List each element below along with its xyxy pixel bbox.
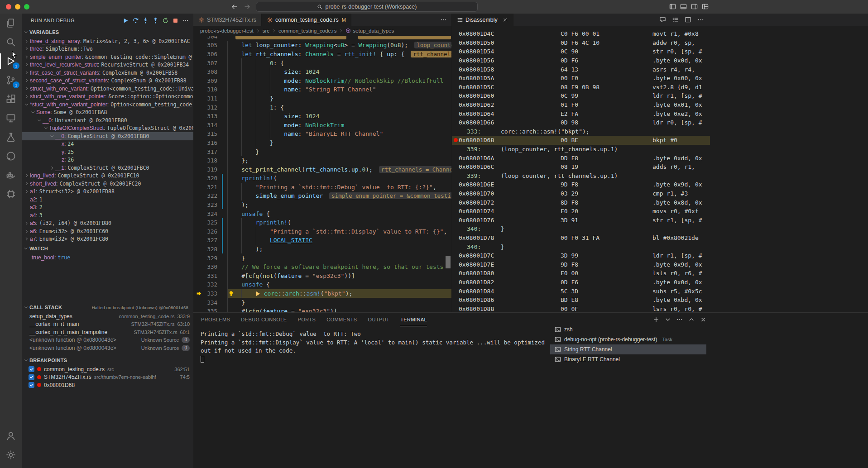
panel-tab-terminal[interactable]: TERMINAL bbox=[400, 313, 427, 326]
disasm-row-0x08001d74[interactable]: 0x08001D74F0 20movs r0, #0xf bbox=[452, 207, 710, 216]
code-line-329[interactable]: 329} bbox=[193, 253, 451, 263]
activity-extensions[interactable] bbox=[0, 90, 22, 109]
more-actions-button[interactable] bbox=[697, 16, 704, 23]
breakpoint-row-common-testing-code-rs[interactable]: common_testing_code.rssrc362:51 bbox=[22, 365, 193, 373]
variable-row-a5[interactable]: a5:(i32, i64) @ 0x2001FD80 bbox=[22, 220, 193, 228]
split-editor-button[interactable] bbox=[685, 16, 691, 23]
command-center[interactable]: probe-rs-debugger-test (Workspace) bbox=[256, 2, 478, 12]
editor-more-actions[interactable] bbox=[440, 16, 451, 23]
window-close-button[interactable] bbox=[6, 4, 11, 10]
code-line-314[interactable]: 314mode: NoBlockTrim bbox=[193, 120, 451, 129]
disasm-row-0x08001d5c[interactable]: 0x08001D5C08 F9 0B 98vst2.8 {d9, d1 bbox=[452, 83, 710, 92]
step-into-button[interactable] bbox=[142, 17, 149, 24]
activity-remote-explorer[interactable] bbox=[0, 109, 22, 128]
code-line-332[interactable]: 332unsafe { bbox=[193, 280, 451, 289]
history-back-button[interactable] bbox=[231, 3, 238, 10]
stack-frame-cortex-m-rt-main[interactable]: __cortex_m_rt_mainSTM32H745ZITx.rs63:10 bbox=[22, 320, 193, 329]
code-line-325[interactable]: 325rprintln!( bbox=[193, 218, 451, 227]
variable-row-stuct-with-one-variant-pointer[interactable]: *stuct_with_one_variant_pointer:Option<c… bbox=[22, 100, 193, 109]
variable-row-stuct-with-one-variant-pointer[interactable]: stuct_with_one_variant_pointer:&core::op… bbox=[22, 93, 193, 101]
window-zoom-button[interactable] bbox=[24, 4, 29, 10]
disasm-row-0x08001d62[interactable]: 0x08001D6201 F0.byte 0x01, 0x bbox=[452, 100, 710, 110]
panel-tab-ports[interactable]: PORTS bbox=[298, 313, 316, 326]
variable-row-three-d-string-array[interactable]: three_d_string_array:Matrix<&str, 2, 3, … bbox=[22, 37, 193, 45]
disasm-row-0x08001d56[interactable]: 0x08001D560D F6.byte 0x0d, 0x bbox=[452, 56, 710, 65]
code-line-315[interactable]: 315name: "BinaryLE RTT Channel" bbox=[193, 129, 451, 138]
code-line-333[interactable]: 333core::arch::asm!("bkpt"); bbox=[193, 289, 451, 298]
terminal-tab-binaryle-rtt-channel[interactable]: BinaryLE RTT Channel bbox=[550, 354, 706, 364]
code-line-310[interactable]: 310name: "String RTT Channel" bbox=[193, 85, 451, 94]
code-line-316[interactable]: 316} bbox=[193, 138, 451, 148]
variable-row-x[interactable]: x:24 bbox=[22, 140, 193, 148]
step-out-button[interactable] bbox=[152, 17, 159, 24]
variable-row-first-case-of-struct-variants[interactable]: first_case_of_struct_variants:ComplexEnu… bbox=[22, 69, 193, 77]
disasm-row-0x08001d70[interactable]: 0x08001D7003 29cmp r1, #3 bbox=[452, 189, 710, 198]
disasm-row-0x08001d68[interactable]: 0x08001D6800 BEbkpt #0 bbox=[452, 136, 710, 145]
disasm-row-0x08001d6a[interactable]: 0x08001D6ADD F8.byte 0xdd, 0x bbox=[452, 153, 710, 162]
activity-containers[interactable] bbox=[0, 166, 22, 185]
variable-row-z[interactable]: z:26 bbox=[22, 156, 193, 164]
editor-scrollbar[interactable] bbox=[446, 256, 451, 268]
variable-row-tupleofcomplexstruct[interactable]: TupleOfComplexStruct:TupleOfComplexStruc… bbox=[22, 124, 193, 133]
code-line-321[interactable]: 321"Printing a `std::fmt::Debug` value t… bbox=[193, 183, 451, 192]
code-line-313[interactable]: 313size: 1024 bbox=[193, 112, 451, 121]
activity-chip[interactable] bbox=[0, 185, 22, 204]
checkbox-checked[interactable] bbox=[29, 374, 34, 380]
close-icon[interactable] bbox=[503, 17, 508, 23]
disasm-row-0x08001d78[interactable]: 0x08001D7800 F0 31 FAbl #0x80021de bbox=[452, 234, 710, 243]
terminal-tab-string-rtt-channel[interactable]: String RTT Channel bbox=[550, 344, 706, 354]
breakpoints-section-header[interactable]: BREAKPOINTS bbox=[22, 355, 193, 365]
checkbox-checked[interactable] bbox=[29, 382, 34, 388]
code-line-311[interactable]: 311} bbox=[193, 94, 451, 103]
more-actions-button[interactable] bbox=[676, 316, 683, 323]
watch-section-header[interactable]: WATCH bbox=[22, 244, 193, 253]
disasm-row-0x08001d54[interactable]: 0x08001D540C 90str r0, [sp, # bbox=[452, 47, 710, 56]
activity-settings-gear[interactable] bbox=[0, 445, 22, 464]
code-line-308[interactable]: 308size: 1024 bbox=[193, 67, 451, 76]
toggle-panel-button[interactable] bbox=[680, 3, 687, 10]
chevron-down-button[interactable] bbox=[665, 316, 671, 323]
variable-row-simple-enum-pointer[interactable]: simple_enum_pointer:&common_testing_code… bbox=[22, 53, 193, 61]
disasm-row-0x08001d6e[interactable]: 0x08001D6E9D F8.byte 0x9d, 0x bbox=[452, 180, 710, 189]
variable-row-1[interactable]: __1:ComplexStruct @ 0x2001FBC0 bbox=[22, 164, 193, 172]
plus-button[interactable] bbox=[653, 316, 659, 323]
terminal-output[interactable]: Printing a `std::fmt::Debug` value to RT… bbox=[201, 330, 545, 363]
call-stack-section-header[interactable]: CALL STACK Halted on breakpoint (Unknown… bbox=[22, 302, 193, 312]
disasm-row-0x08001d86[interactable]: 0x08001D86BD E8.byte 0xbd, 0x bbox=[452, 296, 710, 305]
disasm-row-0x08001d50[interactable]: 0x08001D500D F6 4C 10addw r0, sp, bbox=[452, 38, 710, 48]
restart-button[interactable] bbox=[162, 17, 169, 24]
panel-tab-comments[interactable]: COMMENTS bbox=[326, 313, 357, 326]
variable-row-a2[interactable]: a2:1 bbox=[22, 196, 193, 204]
code-line-318[interactable]: 318}; bbox=[193, 156, 451, 165]
activity-testing[interactable] bbox=[0, 128, 22, 147]
stack-frame-unknown-function-0x0800043c[interactable]: <unknown function @ 0x0800043c>Unknown S… bbox=[22, 336, 193, 344]
code-line-327[interactable]: 327LOCAL_STATIC bbox=[193, 236, 451, 245]
disasm-row-0x08001d6c[interactable]: 0x08001D6C08 19adds r0, r1, bbox=[452, 162, 710, 172]
chevron-up-button[interactable] bbox=[688, 316, 695, 323]
breadcrumb-item-src[interactable]: src bbox=[263, 28, 269, 33]
breadcrumb-item-probe-rs-debugger-test[interactable]: probe-rs-debugger-test bbox=[200, 28, 254, 33]
toggle-primary-sidebar-button[interactable] bbox=[669, 3, 676, 10]
activity-explorer[interactable] bbox=[0, 14, 22, 33]
disasm-row-0x08001d72[interactable]: 0x08001D728D F8.byte 0x8d, 0x bbox=[452, 198, 710, 207]
customize-layout-button[interactable] bbox=[702, 3, 709, 10]
lightbulb-icon[interactable] bbox=[228, 291, 234, 296]
variable-row-0[interactable]: __0:Univariant @ 0x2001FB80 bbox=[22, 116, 193, 124]
stack-frame-cortex-m-rt-main-trampoline[interactable]: __cortex_m_rt_main_trampolineSTM32H745ZI… bbox=[22, 328, 193, 336]
continue-button[interactable] bbox=[122, 17, 129, 24]
history-forward-button[interactable] bbox=[244, 3, 251, 10]
stack-frame-setup-data-types[interactable]: setup_data_typescommon_testing_code.rs33… bbox=[22, 312, 193, 320]
breakpoint-row-0x08001d68[interactable]: 0x08001D68 bbox=[22, 381, 193, 389]
disasm-row-0x08001d66[interactable]: 0x08001D660D 98ldr r0, [sp, # bbox=[452, 118, 710, 127]
disasm-row-0x08001d7c[interactable]: 0x08001D7C3D 99ldr r1, [sp, # bbox=[452, 251, 710, 260]
stop-button[interactable] bbox=[172, 17, 179, 24]
terminal-tab-debug-no-opt-probe-rs-debugger-test[interactable]: debug-no-opt (probe-rs-debugger-test)Tas… bbox=[550, 334, 706, 344]
tab-common-testing-code-rs[interactable]: common_testing_code.rsM bbox=[262, 14, 351, 26]
disasm-row-0x08001d64[interactable]: 0x08001D64E2 FA.byte 0xe2, 0x bbox=[452, 109, 710, 118]
variables-section-header[interactable]: VARIABLES bbox=[22, 27, 193, 37]
watch-row-true-bool[interactable]: true_bool:true bbox=[22, 253, 193, 262]
panel-tab-output[interactable]: OUTPUT bbox=[368, 313, 390, 326]
variable-row-second-case-of-struct-variants[interactable]: second_case_of_struct_variants:ComplexEn… bbox=[22, 77, 193, 85]
code-line-309[interactable]: 309mode: NoBlockTrim// NoBlockSkip //Blo… bbox=[193, 76, 451, 85]
disasm-row-0x08001d82[interactable]: 0x08001D820D F6.byte 0x0d, 0x bbox=[452, 278, 710, 287]
